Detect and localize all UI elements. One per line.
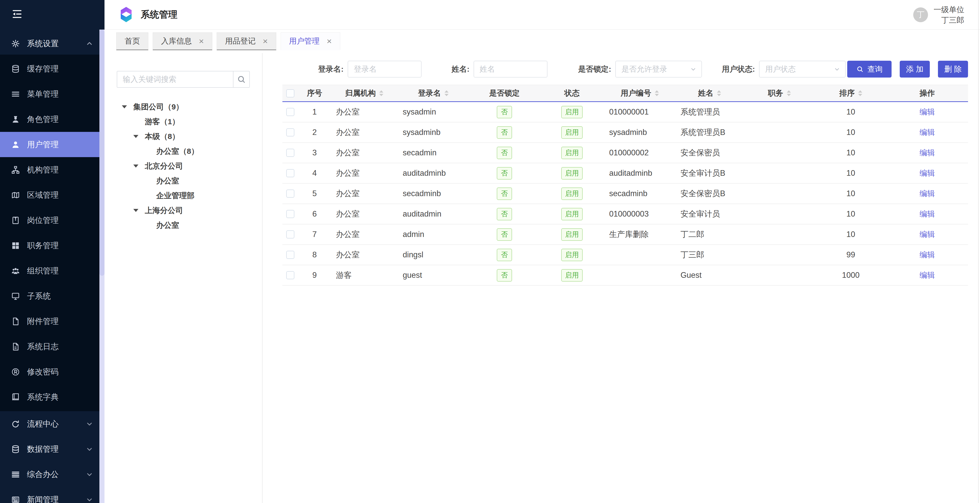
tree-node[interactable]: 企业管理部 <box>117 188 250 203</box>
edit-link[interactable]: 编辑 <box>920 189 935 198</box>
edit-link[interactable]: 编辑 <box>920 271 935 279</box>
sidebar-group-news[interactable]: 新闻管理 <box>0 487 105 503</box>
column-header-login[interactable]: 登录名 <box>398 88 469 99</box>
tree-node[interactable]: 集团公司（9） <box>117 99 250 114</box>
avatar[interactable]: 丁 <box>913 7 928 22</box>
cell-status: 启用 <box>540 249 604 261</box>
sort-icon[interactable] <box>655 90 659 96</box>
select-all-checkbox[interactable] <box>286 89 294 97</box>
column-header-name[interactable]: 姓名 <box>675 88 744 99</box>
row-checkbox[interactable] <box>286 251 294 259</box>
tree-search-input[interactable] <box>117 72 233 87</box>
tree-node[interactable]: 办公室（8） <box>117 144 250 159</box>
row-checkbox[interactable] <box>286 271 294 279</box>
sidebar-item-map[interactable]: 区域管理 <box>0 182 105 208</box>
edit-link[interactable]: 编辑 <box>920 149 935 157</box>
cell-org: 办公室 <box>331 229 398 240</box>
sidebar-item-menu[interactable]: 菜单管理 <box>0 81 105 107</box>
sidebar-group-lines[interactable]: 综合办公 <box>0 461 105 487</box>
tab-close-icon[interactable]: × <box>327 37 332 45</box>
tree-node[interactable]: 办公室 <box>117 218 250 233</box>
tab[interactable]: 用品登记× <box>216 32 276 50</box>
sidebar-item-monitor[interactable]: 子系统 <box>0 283 105 309</box>
sort-icon[interactable] <box>858 90 862 96</box>
sort-icon[interactable] <box>717 90 721 96</box>
tab[interactable]: 入库信息× <box>153 32 212 50</box>
tree-caret-icon[interactable] <box>133 164 145 168</box>
sidebar-item-user[interactable]: 用户管理 <box>0 132 105 157</box>
sidebar-item-team[interactable]: 组织管理 <box>0 258 105 283</box>
column-header-duty[interactable]: 职务 <box>744 88 815 99</box>
sort-icon[interactable] <box>787 90 791 96</box>
tree-node[interactable]: 本级（8） <box>117 129 250 144</box>
sidebar-group-label: 数据管理 <box>27 444 86 455</box>
edit-link[interactable]: 编辑 <box>920 128 935 136</box>
sort-icon[interactable] <box>444 90 449 96</box>
row-checkbox-cell <box>282 169 298 177</box>
tab-close-icon[interactable]: × <box>199 37 204 45</box>
query-button[interactable]: 查询 <box>847 61 892 78</box>
sidebar-item-file[interactable]: 附件管理 <box>0 309 105 334</box>
status-badge: 启用 <box>561 167 583 180</box>
sidebar-item-registered[interactable]: 修改密码 <box>0 359 105 385</box>
sidebar-item-badge[interactable]: 岗位管理 <box>0 208 105 233</box>
tab[interactable]: 用户管理× <box>281 32 340 50</box>
sidebar-item-log[interactable]: 系统日志 <box>0 334 105 359</box>
login-input[interactable] <box>348 61 422 78</box>
sidebar-item-grid[interactable]: 职务管理 <box>0 233 105 258</box>
sidebar-group-flow[interactable]: 流程中心 <box>0 411 105 436</box>
sidebar-item-label: 角色管理 <box>27 114 59 125</box>
name-input[interactable] <box>474 61 547 78</box>
status-badge: 启用 <box>561 126 583 139</box>
edit-link[interactable]: 编辑 <box>920 108 935 116</box>
tree-caret-icon[interactable] <box>133 135 145 138</box>
sort-icon[interactable] <box>379 90 383 96</box>
row-checkbox[interactable] <box>286 169 294 177</box>
row-checkbox[interactable] <box>286 128 294 136</box>
registered-icon <box>11 367 21 376</box>
search-button[interactable] <box>233 72 249 87</box>
tab-close-icon[interactable]: × <box>263 37 268 45</box>
menu-collapse-icon[interactable] <box>11 8 23 20</box>
sidebar-group-database[interactable]: 数据管理 <box>0 436 105 461</box>
locked-badge: 否 <box>497 126 512 139</box>
cell-sort: 99 <box>815 250 886 259</box>
sidebar-item-role[interactable]: 角色管理 <box>0 107 105 132</box>
edit-link[interactable]: 编辑 <box>920 230 935 238</box>
sidebar-group-system-settings[interactable]: 系统设置 <box>0 33 105 54</box>
sidebar-item-database[interactable]: 缓存管理 <box>0 56 105 81</box>
status-select[interactable]: 用户状态 <box>759 61 846 78</box>
column-header-sort[interactable]: 排序 <box>815 88 886 99</box>
row-checkbox[interactable] <box>286 190 294 198</box>
sidebar-item-sitemap[interactable]: 机构管理 <box>0 157 105 182</box>
column-header-org[interactable]: 归属机构 <box>331 88 398 99</box>
sidebar-scrollbar[interactable] <box>99 30 105 503</box>
row-checkbox-cell <box>282 230 298 238</box>
tree-node[interactable]: 北京分公司 <box>117 159 250 174</box>
table-row: 2办公室sysadminb否启用sysadminb系统管理员B10编辑 <box>282 123 968 143</box>
tab[interactable]: 首页 <box>116 32 148 50</box>
tree-caret-icon[interactable] <box>122 105 133 109</box>
column-header-user_no[interactable]: 用户编号 <box>604 88 675 99</box>
user-info[interactable]: 一级单位 丁三郎 <box>934 4 964 25</box>
cell-org: 游客 <box>331 270 398 281</box>
tree-caret-icon[interactable] <box>133 209 145 212</box>
edit-link[interactable]: 编辑 <box>920 251 935 259</box>
edit-link[interactable]: 编辑 <box>920 210 935 218</box>
sidebar-item-book[interactable]: 系统字典 <box>0 385 105 410</box>
locked-select[interactable]: 是否允许登录 <box>615 61 702 78</box>
row-checkbox-cell <box>282 108 298 116</box>
tree-node[interactable]: 游客（1） <box>117 114 250 129</box>
delete-button[interactable]: 删 除 <box>938 61 968 78</box>
cell-sort: 10 <box>815 209 886 219</box>
column-label: 排序 <box>839 88 854 99</box>
tree-node[interactable]: 办公室 <box>117 174 250 188</box>
row-checkbox[interactable] <box>286 149 294 157</box>
add-button[interactable]: 添 加 <box>900 61 930 78</box>
row-checkbox[interactable] <box>286 210 294 218</box>
row-checkbox[interactable] <box>286 108 294 116</box>
tree-node[interactable]: 上海分公司 <box>117 203 250 218</box>
sidebar-scrollbar-thumb[interactable] <box>99 30 105 276</box>
edit-link[interactable]: 编辑 <box>920 169 935 177</box>
row-checkbox[interactable] <box>286 230 294 238</box>
